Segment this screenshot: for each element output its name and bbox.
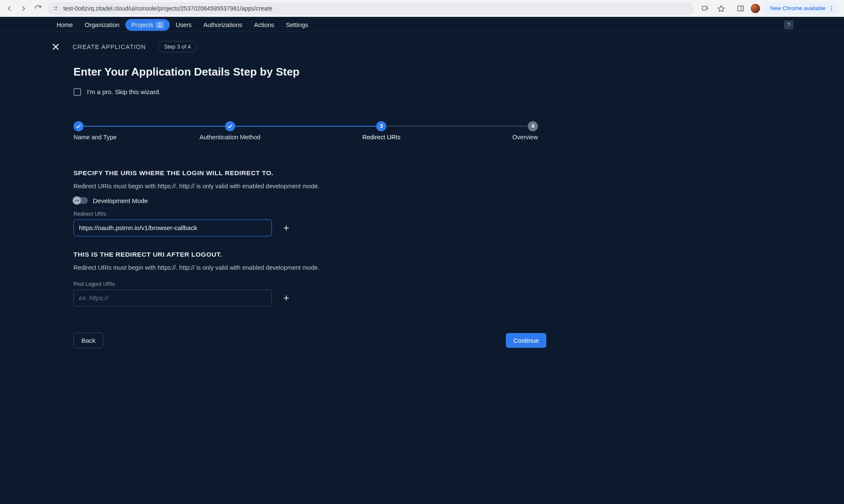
step-auth-method[interactable]: Authentication Method	[225, 121, 235, 131]
page-header-title: CREATE APPLICATION	[73, 43, 146, 50]
step-label: Authentication Method	[200, 134, 261, 141]
section-title: SPECIFY THE URIS WHERE THE LOGIN WILL RE…	[73, 169, 557, 177]
step-label: Redirect URIs	[362, 134, 400, 141]
url-text: test-0o6zvq.zitadel.cloud/ui/console/pro…	[63, 5, 272, 12]
browser-back-button[interactable]	[3, 3, 15, 14]
bookmark-star-icon[interactable]	[715, 3, 727, 14]
close-icon[interactable]	[51, 42, 61, 52]
step-redirect-uris[interactable]: 3 Redirect URIs	[376, 121, 386, 131]
post-logout-caption: Post Logout URIs	[73, 281, 557, 287]
step-dot-completed	[225, 121, 235, 131]
nav-home[interactable]: Home	[51, 19, 79, 31]
wizard-footer: Back Continue	[73, 333, 546, 348]
section-description: Redirect URIs must begin with https://. …	[73, 264, 557, 271]
back-button[interactable]: Back	[73, 333, 103, 348]
step-connector	[386, 126, 528, 127]
page-header: CREATE APPLICATION Step 3 of 4	[51, 32, 793, 52]
nav-organization[interactable]: Organization	[79, 19, 125, 31]
step-label: Overview	[513, 134, 538, 141]
add-post-logout-uri-button[interactable]: +	[280, 291, 293, 305]
post-logout-section: THIS IS THE REDIRECT URI AFTER LOGOUT. R…	[73, 251, 557, 306]
nav-authorizations-label: Authorizations	[204, 22, 242, 28]
nav-projects-badge: 1	[156, 22, 164, 28]
continue-button[interactable]: Continue	[506, 333, 546, 348]
page-title: Enter Your Application Details Step by S…	[73, 65, 557, 79]
step-connector	[235, 126, 377, 127]
skip-wizard-checkbox[interactable]	[73, 88, 81, 96]
nav-authorizations[interactable]: Authorizations	[198, 19, 248, 31]
post-logout-uri-input[interactable]	[73, 290, 272, 306]
profile-avatar[interactable]	[751, 4, 760, 13]
update-chrome-chip[interactable]: New Chrome available	[764, 3, 839, 14]
section-title: THIS IS THE REDIRECT URI AFTER LOGOUT.	[73, 251, 557, 258]
svg-point-9	[831, 10, 832, 11]
browser-toolbar: test-0o6zvq.zitadel.cloud/ui/console/pro…	[0, 0, 844, 17]
update-chrome-label: New Chrome available	[770, 5, 825, 11]
svg-point-1	[56, 7, 57, 7]
redirect-uris-section: SPECIFY THE URIS WHERE THE LOGIN WILL RE…	[73, 169, 557, 236]
url-bar[interactable]: test-0o6zvq.zitadel.cloud/ui/console/pro…	[47, 2, 694, 15]
nav-projects-label: Projects	[131, 22, 153, 28]
step-label: Name and Type	[73, 134, 117, 141]
skip-wizard-label: I'm a pro. Skip this wizard.	[87, 88, 161, 95]
toggle-knob	[73, 196, 81, 205]
install-app-icon[interactable]	[699, 3, 711, 14]
development-mode-toggle[interactable]	[73, 197, 88, 204]
side-panel-icon[interactable]	[735, 3, 746, 14]
nav-users[interactable]: Users	[170, 19, 198, 31]
nav-settings-label: Settings	[286, 22, 308, 28]
redirect-uri-input[interactable]	[73, 219, 272, 236]
nav-actions-label: Actions	[254, 22, 274, 28]
stepper: Name and Type Authentication Method 3 Re…	[73, 121, 538, 131]
site-settings-icon	[53, 5, 60, 12]
browser-forward-button[interactable]	[18, 3, 30, 14]
development-mode-label: Development Mode	[93, 197, 148, 204]
svg-point-7	[831, 6, 832, 7]
step-name-and-type[interactable]: Name and Type	[73, 121, 84, 131]
step-indicator-pill: Step 3 of 4	[158, 41, 197, 52]
step-dot-completed	[73, 121, 84, 131]
svg-marker-4	[718, 5, 725, 11]
section-description: Redirect URIs must begin with https://. …	[73, 183, 557, 190]
nav-users-label: Users	[176, 22, 192, 28]
help-button[interactable]: ?	[784, 20, 793, 30]
svg-point-8	[831, 8, 832, 8]
step-dot-current: 3	[376, 121, 386, 131]
nav-home-label: Home	[57, 22, 73, 28]
step-overview[interactable]: 4 Overview	[528, 121, 538, 131]
browser-reload-button[interactable]	[32, 3, 44, 14]
nav-actions[interactable]: Actions	[248, 19, 280, 31]
step-dot-inactive: 4	[528, 121, 538, 131]
nav-projects[interactable]: Projects 1	[125, 19, 170, 31]
svg-rect-3	[702, 6, 707, 10]
add-redirect-uri-button[interactable]: +	[280, 221, 293, 235]
svg-rect-5	[738, 6, 744, 11]
redirect-uris-caption: Redirect URIs	[73, 211, 557, 217]
app-navbar: Home Organization Projects 1 Users Autho…	[0, 17, 844, 31]
step-connector	[84, 126, 225, 127]
nav-organization-label: Organization	[85, 22, 119, 28]
nav-settings[interactable]: Settings	[280, 19, 314, 31]
svg-point-0	[54, 7, 55, 7]
